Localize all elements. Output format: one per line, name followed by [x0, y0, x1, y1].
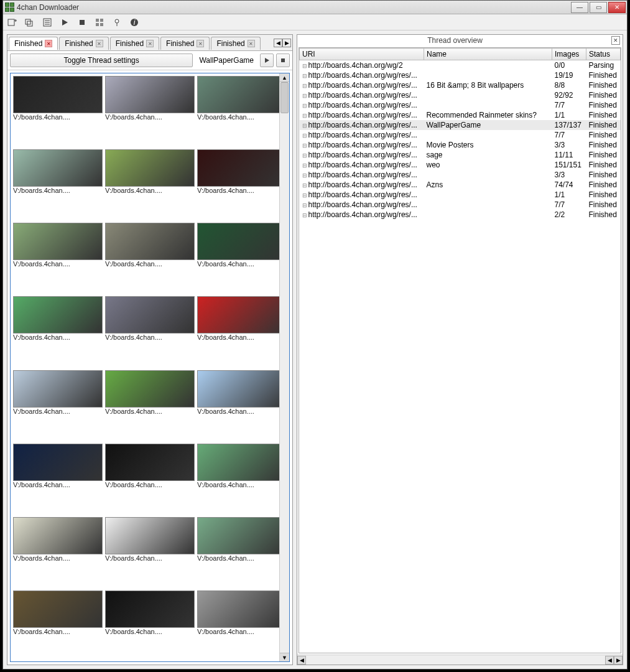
thumbnail-item[interactable]: V:/boards.4chan.... [197, 590, 287, 659]
thumbnail-image[interactable] [197, 296, 287, 334]
table-row[interactable]: ⊟http://boards.4chan.org/wg/res/...7/7Fi… [300, 100, 621, 110]
thumbnail-image[interactable] [13, 590, 103, 628]
gallery-scrollbar[interactable]: ▲ ▼ [279, 73, 289, 661]
thumbnail-item[interactable]: V:/boards.4chan.... [13, 223, 103, 291]
thumbnail-item[interactable]: V:/boards.4chan.... [197, 296, 287, 365]
thumbnail-item[interactable]: V:/boards.4chan.... [197, 370, 287, 439]
thumbnail-item[interactable]: V:/boards.4chan.... [13, 444, 103, 512]
table-row[interactable]: ⊟http://boards.4chan.org/wg/res/...1/1Fi… [300, 190, 621, 200]
thumbnail-item[interactable]: V:/boards.4chan.... [197, 76, 287, 144]
hscroll-left-icon[interactable]: ◀ [297, 656, 306, 665]
tab-close-icon[interactable]: ✕ [45, 40, 52, 47]
table-row[interactable]: ⊟http://boards.4chan.org/wg/res/...Recom… [300, 110, 621, 120]
minimize-button[interactable]: — [571, 2, 588, 13]
table-row[interactable]: ⊟http://boards.4chan.org/wg/res/...WallP… [300, 120, 621, 130]
tab-close-icon[interactable]: ✕ [248, 40, 255, 47]
tab-close-icon[interactable]: ✕ [146, 40, 154, 47]
thumbnail-image[interactable] [197, 149, 287, 187]
thumbnail-image[interactable] [13, 517, 103, 554]
table-row[interactable]: ⊟http://boards.4chan.org/wg/res/...19/19… [300, 70, 621, 80]
thumbnail-image[interactable] [105, 76, 195, 113]
thumbnail-image[interactable] [197, 590, 287, 628]
table-row[interactable]: ⊟http://boards.4chan.org/wg/20/0Parsing [300, 60, 621, 71]
thumbnail-gallery[interactable]: V:/boards.4chan....V:/boards.4chan....V:… [10, 73, 290, 662]
thumbnail-item[interactable]: V:/boards.4chan.... [13, 296, 103, 365]
thumbnail-image[interactable] [197, 444, 287, 481]
thumbnail-image[interactable] [197, 517, 287, 554]
table-row[interactable]: ⊟http://boards.4chan.org/wg/res/...Azns7… [300, 180, 621, 190]
thumbnail-image[interactable] [197, 223, 287, 260]
thumbnail-image[interactable] [13, 296, 103, 334]
tab-close-icon[interactable]: ✕ [197, 40, 204, 47]
thumbnail-image[interactable] [13, 223, 103, 260]
thumbnail-image[interactable] [13, 149, 103, 187]
thumbnail-image[interactable] [105, 444, 195, 481]
settings-icon[interactable] [111, 17, 123, 28]
play-button[interactable] [260, 54, 274, 67]
thumbnail-image[interactable] [197, 370, 287, 408]
close-button[interactable]: ✕ [608, 2, 626, 13]
thumbnail-item[interactable]: V:/boards.4chan.... [105, 296, 195, 365]
thumbnail-image[interactable] [13, 76, 103, 113]
thumbnail-item[interactable]: V:/boards.4chan.... [105, 223, 195, 291]
play-all-icon[interactable] [59, 17, 70, 28]
tab-finished[interactable]: Finished✕ [160, 37, 210, 50]
table-row[interactable]: ⊟http://boards.4chan.org/wg/res/...7/7Fi… [300, 200, 621, 210]
table-row[interactable]: ⊟http://boards.4chan.org/wg/res/...Movie… [300, 140, 621, 150]
thumbnail-image[interactable] [105, 149, 195, 187]
thumbnail-item[interactable]: V:/boards.4chan.... [13, 149, 103, 218]
hscroll-right2-icon[interactable]: ▶ [614, 656, 623, 665]
thumbnail-item[interactable]: V:/boards.4chan.... [105, 149, 195, 218]
thumbnail-item[interactable]: V:/boards.4chan.... [197, 444, 287, 512]
info-icon[interactable]: i [129, 17, 140, 28]
tab-finished[interactable]: Finished✕ [9, 37, 58, 50]
table-row[interactable]: ⊟http://boards.4chan.org/wg/res/...2/2Fi… [300, 210, 621, 220]
col-uri[interactable]: URI [300, 49, 424, 60]
add-multi-icon[interactable] [24, 17, 35, 28]
col-name[interactable]: Name [424, 49, 552, 60]
tab-close-icon[interactable]: ✕ [96, 40, 103, 47]
thumbnail-item[interactable]: V:/boards.4chan.... [197, 149, 287, 218]
thumbnail-image[interactable] [105, 296, 195, 334]
thumbnail-image[interactable] [13, 370, 103, 408]
thumbnail-image[interactable] [105, 370, 195, 408]
thumbnail-item[interactable]: V:/boards.4chan.... [197, 223, 287, 291]
scroll-down-icon[interactable]: ▼ [280, 653, 289, 661]
table-row[interactable]: ⊟http://boards.4chan.org/wg/res/...weo15… [300, 160, 621, 170]
add-thread-icon[interactable] [7, 17, 18, 28]
tab-finished[interactable]: Finished✕ [211, 37, 260, 50]
hscroll-right-icon[interactable]: ◀ [605, 656, 614, 665]
overview-close-icon[interactable]: ✕ [611, 36, 620, 45]
thumbnail-item[interactable]: V:/boards.4chan.... [197, 517, 287, 586]
col-status[interactable]: Status [586, 49, 621, 60]
thread-table[interactable]: URI Name Images Status ⊟http://boards.4c… [299, 47, 621, 653]
tab-scroll-left-icon[interactable]: ◀ [274, 39, 282, 47]
tab-scroll-right-icon[interactable]: ▶ [282, 39, 291, 47]
thumbnail-image[interactable] [105, 517, 195, 554]
thumbnail-item[interactable]: V:/boards.4chan.... [13, 517, 103, 586]
thumbnail-item[interactable]: V:/boards.4chan.... [13, 590, 103, 659]
table-row[interactable]: ⊟http://boards.4chan.org/wg/res/...16 Bi… [300, 80, 621, 90]
scroll-up-icon[interactable]: ▲ [280, 73, 289, 82]
thumbnail-image[interactable] [13, 444, 103, 481]
thumbnail-item[interactable]: V:/boards.4chan.... [105, 517, 195, 586]
tab-finished[interactable]: Finished✕ [59, 37, 108, 50]
thumbnail-image[interactable] [105, 223, 195, 260]
col-images[interactable]: Images [552, 49, 586, 60]
table-hscrollbar[interactable]: ◀ ◀ ▶ [297, 655, 623, 665]
scroll-handle[interactable] [280, 82, 289, 113]
thumbnail-item[interactable]: V:/boards.4chan.... [13, 76, 103, 144]
table-row[interactable]: ⊟http://boards.4chan.org/wg/res/...92/92… [300, 90, 621, 100]
maximize-button[interactable]: ▭ [590, 2, 607, 13]
thumbnail-item[interactable]: V:/boards.4chan.... [105, 370, 195, 439]
thumbnail-item[interactable]: V:/boards.4chan.... [105, 590, 195, 659]
thumbnail-item[interactable]: V:/boards.4chan.... [13, 370, 103, 439]
list-icon[interactable] [42, 17, 53, 28]
stop-button[interactable] [276, 54, 290, 67]
thumbnail-image[interactable] [105, 590, 195, 628]
tab-finished[interactable]: Finished✕ [110, 37, 159, 50]
table-row[interactable]: ⊟http://boards.4chan.org/wg/res/...3/3Fi… [300, 170, 621, 180]
titlebar[interactable]: 4chan Downloader — ▭ ✕ [3, 1, 627, 14]
grid-icon[interactable] [94, 17, 105, 28]
thumbnail-image[interactable] [197, 76, 287, 113]
